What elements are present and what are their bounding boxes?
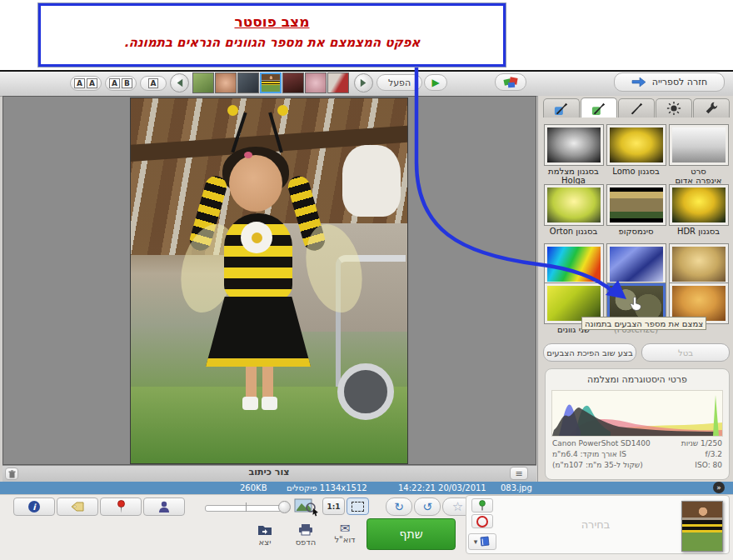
filmstrip — [192, 72, 351, 94]
fit-rectangle-icon — [352, 502, 364, 512]
fit-to-window-button[interactable] — [347, 498, 369, 515]
redo-effect-label: בצע שוב הפיכת הצבעים — [546, 348, 632, 358]
geotag-button[interactable] — [100, 498, 142, 516]
rotate-cw-icon: ↺ — [422, 500, 432, 513]
effect-hdr[interactable]: בסגנון HDR — [668, 185, 729, 236]
pixel-dimensions: 1134x1512 פיקסלים — [287, 482, 367, 494]
histogram-chart — [551, 390, 723, 437]
caption-options-button[interactable]: ≡ — [510, 467, 528, 480]
effect-label: בסגנון Lomo — [612, 167, 659, 176]
undo-button[interactable]: בטל — [641, 343, 730, 362]
effect-label2: Holga — [561, 176, 586, 185]
photo-bystander-decoration — [342, 145, 401, 217]
effect-orton-thumbnail[interactable] — [545, 185, 603, 225]
filmstrip-thumbnail[interactable] — [282, 72, 304, 93]
effect-invert-thumbnail[interactable] — [607, 244, 666, 284]
effect-orton[interactable]: בסגנון Orton — [543, 185, 604, 236]
compare-mode-aa-button[interactable]: A A — [70, 76, 102, 91]
filmstrip-thumbnail[interactable] — [327, 72, 349, 93]
effect-label: בסגנון מצלמת — [548, 167, 599, 176]
share-button[interactable]: שתף — [366, 518, 456, 550]
next-photo-button[interactable] — [354, 73, 373, 92]
aperture: f/3.2 — [705, 449, 722, 460]
filmstrip-thumbnail[interactable] — [237, 72, 259, 93]
redo-effect-button[interactable]: בצע שוב הפיכת הצבעים — [543, 343, 636, 362]
compare-mode-a-button[interactable]: A — [140, 76, 167, 91]
star-icon: ☆ — [452, 499, 463, 514]
email-label: דוא"ל — [329, 535, 361, 544]
actual-size-label: 1:1 — [327, 502, 340, 511]
green-brush-icon — [591, 101, 606, 116]
effect-infrared-thumbnail[interactable] — [670, 125, 728, 165]
photo-antenna-ball-decoration — [227, 105, 238, 116]
compare-letter: A — [148, 78, 159, 88]
clear-selection-button[interactable] — [471, 514, 493, 528]
play-button[interactable]: ▶ — [424, 74, 447, 91]
add-to-album-button[interactable]: ▾ — [468, 533, 496, 550]
zoom-slider-track[interactable] — [205, 505, 290, 512]
zoom-slider-handle[interactable] — [278, 501, 291, 513]
filmstrip-thumbnail[interactable] — [215, 72, 237, 93]
photo — [130, 98, 408, 464]
green-pushpin-icon — [478, 500, 486, 511]
filmstrip-thumbnail-selected[interactable] — [260, 72, 282, 93]
photo-sock-decoration — [262, 397, 277, 410]
compare-mode-ab-button[interactable]: A B — [105, 76, 137, 91]
effect-heatmap-thumbnail[interactable] — [545, 244, 603, 284]
export-button[interactable]: יצא — [250, 523, 280, 547]
compare-letter: B — [122, 78, 132, 88]
callout-title: מצב פוסטר — [41, 13, 503, 30]
effect-hdr-thumbnail[interactable] — [670, 185, 728, 225]
print-button[interactable]: הדפס — [290, 523, 322, 547]
people-button[interactable] — [143, 498, 185, 516]
effect-lomo[interactable]: בסגנון Lomo — [606, 125, 666, 176]
back-to-library-label: חזרה לספרייה — [652, 77, 707, 88]
effect-1960s-thumbnail[interactable] — [670, 244, 728, 284]
tray-photo-thumbnail[interactable] — [681, 501, 723, 552]
collage-icon — [503, 76, 518, 88]
photo-flower-center-decoration — [252, 232, 262, 243]
zoom-preview-button[interactable] — [294, 497, 319, 517]
tab-tuning[interactable] — [656, 98, 692, 118]
effect-label: בסגנון HDR — [677, 227, 720, 236]
wrench-icon — [704, 101, 719, 116]
photo-skirt-hem-decoration — [206, 358, 311, 367]
filmstrip-thumbnail[interactable] — [192, 72, 214, 93]
map-pin-icon — [117, 500, 126, 513]
hold-selection-button[interactable] — [471, 498, 493, 512]
tags-button[interactable] — [57, 498, 98, 516]
effect-cinemascope[interactable]: סינמסקופ — [606, 185, 666, 236]
actual-size-button[interactable]: 1:1 — [322, 498, 345, 515]
photo-hairclip-decoration — [244, 152, 252, 158]
brush-icon — [629, 101, 644, 116]
tab-basic-fixes[interactable] — [543, 98, 580, 118]
effect-lomo-thumbnail[interactable] — [607, 125, 666, 165]
filmstrip-thumbnail[interactable] — [305, 72, 327, 93]
back-to-library-button[interactable]: חזרה לספרייה — [614, 72, 725, 92]
tag-icon — [71, 502, 84, 512]
effect-cinemascope-thumbnail[interactable] — [607, 185, 666, 225]
expand-panel-button[interactable]: » — [713, 482, 725, 493]
histogram-title: פרטי היסטוגרמה ומצלמה — [546, 369, 729, 385]
email-button[interactable]: ✉ דוא"ל — [329, 522, 361, 544]
chevrons-right-icon: » — [716, 483, 721, 492]
previous-photo-button[interactable] — [170, 73, 189, 92]
tab-tools[interactable] — [693, 98, 730, 118]
print-label: הדפס — [290, 538, 322, 547]
tab-effects-green[interactable] — [581, 98, 617, 118]
collage-button[interactable] — [495, 73, 526, 91]
album-book-icon — [479, 536, 491, 548]
make-caption-label[interactable]: צור כיתוב — [2, 467, 536, 478]
compare-letter: A — [109, 78, 120, 88]
effect-holga[interactable]: בסגנון מצלמתHolga — [543, 125, 604, 185]
trash-button[interactable] — [5, 468, 18, 480]
play-slideshow-button[interactable]: הפעל — [376, 74, 422, 91]
posterize-tooltip-text: צמצם את מספר הצבעים בתמונה — [585, 319, 703, 328]
info-button[interactable]: i — [13, 498, 55, 516]
rotate-counterclockwise-button[interactable]: ↻ — [386, 498, 412, 516]
file-size: 260KB — [240, 482, 267, 494]
effect-holga-thumbnail[interactable] — [545, 125, 603, 165]
rotate-clockwise-button[interactable]: ↺ — [414, 498, 441, 516]
tab-effects-brush[interactable] — [618, 98, 655, 118]
effect-infrared-film[interactable]: סרטאינפרה אדום — [668, 125, 729, 185]
